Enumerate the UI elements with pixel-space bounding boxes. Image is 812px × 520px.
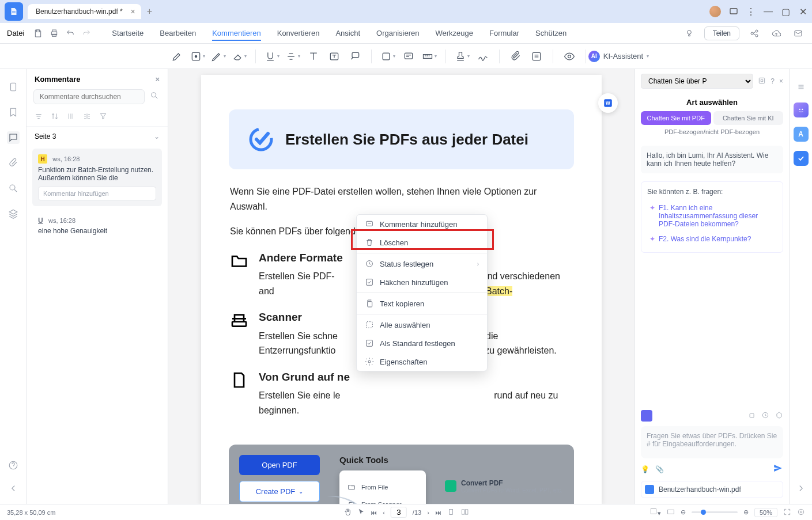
comment-card[interactable]: U ws, 16:28 eine hohe Genauigkeit (32, 211, 162, 241)
share-button[interactable]: Teilen (704, 26, 739, 40)
comments-section-header[interactable]: Seite 3 ⌄ (27, 126, 168, 146)
ai-chat-icon[interactable] (794, 103, 809, 117)
menu-ansicht[interactable]: Ansicht (335, 29, 360, 37)
eraser-icon[interactable] (231, 48, 247, 64)
ctx-set-default[interactable]: Als Standard festlegen (357, 334, 487, 352)
ai-suggestion-link[interactable]: ✦F1. Kann ich eine Inhaltszusammenfassun… (647, 200, 777, 231)
ai-close-icon[interactable]: × (779, 77, 783, 85)
ctx-properties[interactable]: Eigenschaften (357, 352, 487, 371)
undo-icon[interactable] (63, 26, 77, 40)
menu-kommentieren[interactable]: Kommentieren (212, 29, 261, 41)
ctx-add-comment[interactable]: Kommentar hinzufügen (357, 215, 487, 233)
view-mode-icon[interactable]: ▾ (649, 507, 661, 517)
convert-pdf-item[interactable]: Convert PDFConvert PDFs to Word, Excel, … (445, 479, 562, 494)
word-export-icon[interactable]: W (598, 93, 618, 113)
ai-attach-icon[interactable]: 📎 (655, 465, 664, 473)
shape-icon[interactable] (380, 48, 396, 64)
menu-bearbeiten[interactable]: Bearbeiten (160, 29, 196, 37)
highlighter-icon[interactable] (169, 48, 185, 64)
stamp-icon[interactable] (454, 48, 470, 64)
menu-werkzeuge[interactable]: Werkzeuge (436, 29, 474, 37)
search-rail-icon[interactable] (7, 182, 20, 195)
ctx-copy-text[interactable]: Text kopieren (357, 294, 487, 313)
ai-lightbulb-icon[interactable]: 💡 (641, 465, 649, 473)
ai-tab-ki[interactable]: Chatten Sie mit KI (713, 111, 784, 125)
note-icon[interactable] (190, 48, 206, 64)
menu-dots-icon[interactable]: ⋮ (746, 7, 756, 16)
save-icon[interactable] (31, 26, 45, 40)
prev-page-icon[interactable]: ‹ (383, 509, 385, 516)
ai-history-icon[interactable] (761, 411, 769, 421)
ai-copy-icon[interactable] (747, 411, 756, 421)
collapse-icon[interactable] (83, 112, 91, 123)
signature-icon[interactable] (475, 48, 491, 64)
hand-tool-icon[interactable] (343, 508, 351, 517)
ai-settings-icon[interactable] (775, 411, 783, 421)
redo-icon[interactable] (80, 26, 93, 40)
chat-icon[interactable] (729, 7, 738, 16)
menu-startseite[interactable]: Startseite (112, 29, 143, 37)
share-link-icon[interactable] (747, 26, 761, 40)
fit-icon[interactable] (797, 508, 805, 517)
ai-help-icon[interactable]: ? (771, 77, 775, 85)
last-page-icon[interactable]: ⏭ (435, 509, 441, 516)
close-panel-icon[interactable]: × (155, 75, 160, 83)
ai-app-icon[interactable] (641, 410, 652, 422)
ai-translate-icon[interactable]: A (794, 127, 809, 142)
strikethrough-icon[interactable] (285, 48, 301, 64)
comments-search-input[interactable] (33, 89, 145, 104)
ctx-add-check[interactable]: Häkchen hinzufügen (357, 273, 487, 291)
expand-icon[interactable] (67, 112, 75, 123)
minimize-icon[interactable]: — (764, 7, 773, 16)
ai-assistant-button[interactable]: AI KI-Assistent ▾ (588, 51, 649, 62)
ai-mode-select[interactable]: Chatten Sie über P (641, 74, 753, 89)
read-mode-icon[interactable] (667, 508, 675, 517)
document-tab[interactable]: Benutzerhandbuch-win.pdf * × (28, 4, 141, 19)
sort-az-icon[interactable] (51, 112, 59, 123)
comments-list-icon[interactable] (528, 48, 545, 64)
measure-icon[interactable] (421, 48, 437, 64)
two-page-icon[interactable] (461, 508, 469, 517)
user-avatar[interactable] (709, 6, 721, 17)
print-icon[interactable] (47, 26, 61, 40)
ai-tab-pdf[interactable]: Chatten Sie mit PDF (641, 111, 711, 125)
lightbulb-icon[interactable] (682, 26, 696, 40)
zoom-in-icon[interactable]: ⊕ (743, 508, 749, 516)
textbox-icon[interactable] (326, 48, 342, 64)
search-icon[interactable] (148, 89, 161, 102)
thumbnails-icon[interactable] (7, 81, 20, 93)
properties-icon[interactable] (795, 81, 807, 93)
close-window-icon[interactable]: ✕ (798, 7, 807, 16)
underline-icon[interactable] (264, 48, 280, 64)
bookmarks-icon[interactable] (7, 106, 20, 119)
next-page-icon[interactable]: › (427, 509, 429, 516)
collapse-left-icon[interactable] (7, 482, 20, 495)
single-page-icon[interactable] (447, 508, 455, 517)
sort-icon[interactable] (35, 112, 43, 123)
fullscreen-icon[interactable] (783, 508, 791, 517)
menu-file[interactable]: Datei (7, 29, 24, 37)
add-comment-input[interactable]: Kommentar hinzufügen (38, 187, 156, 200)
comment-card[interactable]: H ws, 16:28 Funktion zur Batch-Erstellun… (32, 149, 162, 206)
mail-icon[interactable] (791, 26, 805, 40)
pencil-icon[interactable] (210, 48, 226, 64)
ai-check-icon[interactable] (794, 151, 809, 166)
attachment-icon[interactable] (508, 48, 524, 64)
ai-expand-icon[interactable] (758, 77, 766, 86)
text-icon[interactable] (305, 48, 322, 64)
ctx-delete[interactable]: Löschen (357, 233, 487, 252)
callout-icon[interactable] (347, 48, 363, 64)
menu-konvertieren[interactable]: Konvertieren (277, 29, 320, 37)
ctx-set-status[interactable]: Status festlegen› (357, 255, 487, 273)
ai-send-icon[interactable] (773, 463, 783, 475)
sticky-note-icon[interactable] (401, 48, 417, 64)
add-tab-icon[interactable]: + (147, 6, 152, 17)
comments-rail-icon[interactable] (7, 131, 20, 144)
page-number-input[interactable] (391, 507, 407, 518)
menu-schuetzen[interactable]: Schützen (535, 29, 566, 37)
ctx-select-all[interactable]: Alle auswählen (357, 316, 487, 334)
zoom-level[interactable]: 50% (754, 508, 777, 517)
menu-organisieren[interactable]: Organisieren (376, 29, 419, 37)
layers-icon[interactable] (7, 207, 20, 220)
menu-formular[interactable]: Formular (489, 29, 519, 37)
